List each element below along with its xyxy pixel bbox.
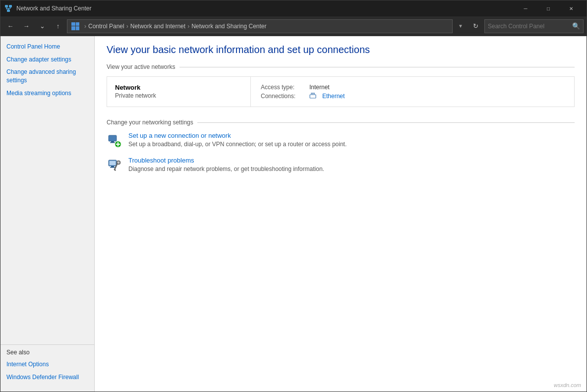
active-networks-divider: View your active networks (107, 63, 575, 70)
search-button[interactable]: 🔍 (572, 22, 580, 30)
ethernet-icon (309, 93, 316, 100)
troubleshoot-text: Troubleshoot problems Diagnose and repai… (128, 157, 324, 172)
network-type: Private network (115, 92, 242, 99)
maximize-button[interactable]: □ (537, 0, 560, 16)
window-icon (4, 4, 12, 12)
connections-ethernet-link[interactable]: Ethernet (322, 93, 345, 100)
address-bar: ← → ⌄ ↑ › Control Panel › Network and In… (0, 16, 587, 36)
network-right-panel: Access type: Internet Connections: (251, 77, 354, 107)
connections-label: Connections: (261, 93, 305, 100)
svg-rect-1 (9, 5, 12, 7)
svg-rect-14 (110, 142, 115, 143)
network-left-panel: Network Private network (107, 77, 251, 107)
svg-line-25 (115, 169, 116, 170)
refresh-button[interactable]: ↻ (469, 19, 482, 33)
access-type-row: Access type: Internet (261, 84, 345, 91)
close-button[interactable]: ✕ (560, 0, 583, 16)
watermark: wsxdn.com (554, 382, 581, 388)
up-button[interactable]: ↑ (51, 19, 65, 33)
new-connection-desc: Set up a broadband, dial-up, or VPN conn… (128, 141, 347, 148)
breadcrumb-bar: › Control Panel › Network and Internet ›… (67, 19, 453, 33)
troubleshoot-link[interactable]: Troubleshoot problems (128, 157, 324, 164)
see-also-label: See also (6, 349, 88, 356)
new-connection-icon (107, 133, 122, 149)
minimize-button[interactable]: ─ (514, 0, 537, 16)
access-type-label: Access type: (261, 84, 305, 91)
sidebar-link-windows-defender[interactable]: Windows Defender Firewall (6, 371, 88, 384)
change-settings-label: Change your networking settings (107, 119, 193, 126)
settings-section: Set up a new connection or network Set u… (107, 132, 575, 173)
svg-rect-20 (111, 166, 114, 167)
forward-button[interactable]: → (19, 19, 33, 33)
sidebar-link-control-panel-home[interactable]: Control Panel Home (0, 40, 94, 53)
sidebar: Control Panel Home Change adapter settin… (0, 36, 95, 392)
new-connection-link[interactable]: Set up a new connection or network (128, 132, 347, 139)
svg-rect-12 (109, 135, 117, 141)
breadcrumb-network-internet[interactable]: Network and Internet (130, 23, 185, 30)
troubleshoot-desc: Diagnose and repair network problems, or… (128, 166, 324, 172)
search-input[interactable] (488, 23, 569, 30)
svg-point-23 (117, 162, 119, 164)
svg-rect-7 (310, 95, 316, 98)
svg-rect-13 (111, 141, 114, 142)
control-panel-icon (71, 22, 79, 30)
sidebar-link-change-adapter[interactable]: Change adapter settings (0, 53, 94, 66)
svg-rect-2 (7, 9, 10, 12)
content-area: View your basic network information and … (95, 36, 587, 392)
divider-line-2 (197, 122, 575, 123)
window: Network and Sharing Center ─ □ ✕ ← → ⌄ ↑… (0, 0, 587, 392)
main-container: Control Panel Home Change adapter settin… (0, 36, 587, 392)
back-button[interactable]: ← (3, 19, 17, 33)
network-panel: Network Private network Access type: Int… (107, 76, 575, 107)
sidebar-see-also: See also Internet Options Windows Defend… (0, 344, 94, 388)
search-box: 🔍 (484, 19, 584, 33)
sidebar-link-change-advanced-sharing[interactable]: Change advanced sharing settings (0, 66, 94, 87)
active-networks-label: View your active networks (107, 63, 176, 70)
troubleshoot-item: Troubleshoot problems Diagnose and repai… (107, 157, 575, 173)
sidebar-link-internet-options[interactable]: Internet Options (6, 358, 88, 371)
new-connection-item: Set up a new connection or network Set u… (107, 132, 575, 149)
breadcrumb-control-panel[interactable]: Control Panel (88, 23, 124, 30)
breadcrumb-network-sharing[interactable]: Network and Sharing Center (191, 23, 266, 30)
title-bar-text: Network and Sharing Center (16, 5, 514, 12)
breadcrumb-dropdown-button[interactable]: ▼ (455, 19, 467, 33)
svg-rect-21 (110, 167, 115, 168)
title-bar-controls: ─ □ ✕ (514, 0, 583, 16)
svg-rect-19 (110, 161, 116, 166)
new-connection-text: Set up a new connection or network Set u… (128, 132, 347, 148)
recent-locations-button[interactable]: ⌄ (35, 19, 49, 33)
divider-line (179, 67, 575, 67)
sidebar-link-media-streaming[interactable]: Media streaming options (0, 87, 94, 100)
network-name: Network (115, 84, 242, 91)
title-bar: Network and Sharing Center ─ □ ✕ (0, 0, 587, 16)
connections-row: Connections: Ethernet (261, 93, 345, 100)
access-type-value: Internet (309, 84, 330, 91)
troubleshoot-icon (107, 158, 122, 173)
page-title: View your basic network information and … (107, 44, 575, 56)
change-settings-divider: Change your networking settings (107, 119, 575, 126)
svg-rect-0 (5, 5, 8, 7)
